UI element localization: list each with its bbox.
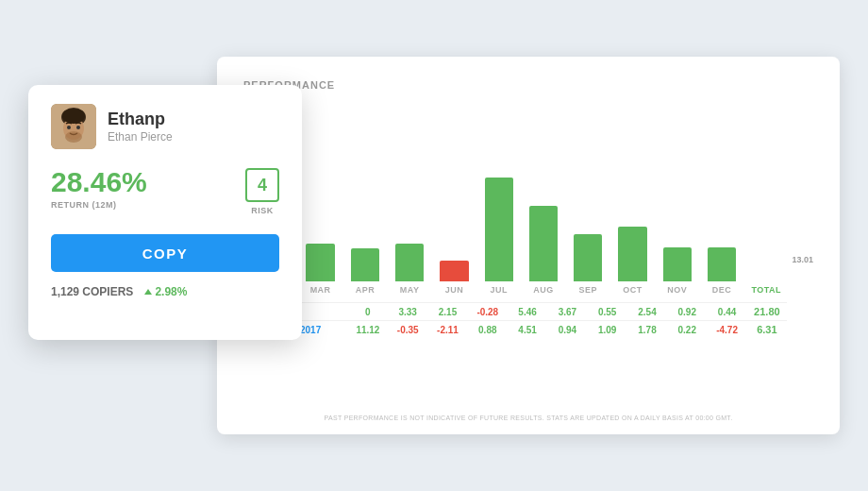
cell-may-2018: 2.15 (427, 307, 467, 317)
cell-aug-2018: 3.67 (547, 307, 587, 317)
risk-badge: 4 (245, 168, 279, 202)
month-nov: NOV (667, 285, 687, 295)
total-2018-value: 13.01 (792, 255, 813, 264)
copiers-return-value: 2.98% (155, 285, 187, 298)
data-table: 0 3.33 2.15 -0.28 5.46 3.67 0.55 2.54 0.… (243, 302, 813, 338)
cell-jul-2018: 5.46 (508, 307, 547, 317)
cell-jul-2017: 1.09 (588, 325, 627, 335)
bar-jul (485, 178, 513, 281)
month-oct: OCT (623, 285, 643, 295)
bar-aug (529, 206, 558, 281)
chart-col-mar: MAR (300, 144, 341, 295)
cell-apr-2018: 3.33 (388, 307, 427, 317)
chart-col-aug: AUG (523, 144, 563, 295)
data-row-2018: 0 3.33 2.15 -0.28 5.46 3.67 0.55 2.54 0.… (300, 302, 787, 320)
cell-oct-2018: 2.54 (627, 307, 667, 317)
chart-col-apr: APR (344, 144, 385, 295)
svg-point-5 (67, 126, 71, 129)
cell-dec-2018: 0.44 (707, 307, 746, 317)
cell-aug-2017: 1.78 (627, 325, 667, 335)
bar-oct (618, 227, 646, 281)
risk-box: 4 RISK (245, 168, 279, 215)
copiers-count: 1,129 COPIERS (51, 285, 133, 298)
cell-jun-2018: -0.28 (468, 307, 508, 317)
performance-card: PERFORMANCE MAR APR MAY (217, 57, 840, 434)
copy-button[interactable]: COPY (51, 234, 279, 272)
avatar-image (51, 104, 96, 149)
cell-jun-2017: 0.94 (547, 325, 587, 335)
fullname: Ethan Pierce (108, 130, 173, 144)
month-dec: DEC (712, 285, 732, 295)
month-aug: AUG (533, 285, 554, 295)
profile-card: Ethanp Ethan Pierce 28.46% RETURN (12M) … (28, 85, 302, 340)
svg-point-6 (76, 126, 80, 129)
chart-col-nov: NOV (657, 144, 697, 295)
month-sep: SEP (578, 285, 597, 295)
bar-mar (306, 244, 334, 281)
cell-nov-2018: 0.92 (667, 307, 707, 317)
risk-label: RISK (251, 206, 274, 215)
chart-col-jul: JUL (478, 144, 519, 295)
cell-mar-2018: 0 (348, 307, 388, 317)
month-jun: JUN (445, 285, 464, 295)
cell-sep-2017: 0.22 (667, 325, 707, 335)
return-stats: 28.46% RETURN (12M) (51, 168, 147, 210)
chart-col-dec: DEC (701, 144, 742, 295)
cell-oct-2017: -4.72 (707, 325, 746, 335)
copiers-return: 2.98% (144, 285, 187, 298)
chart-bars: MAR APR MAY JUN (300, 144, 787, 295)
svg-point-4 (65, 131, 82, 143)
cell-jan-2017: 11.12 (348, 325, 388, 335)
chart-col-oct: OCT (612, 144, 653, 295)
year-2017: 2017 (300, 325, 348, 335)
bar-sep (574, 234, 602, 281)
cell-apr-2017: 0.88 (468, 325, 508, 335)
data-row-2017: 2017 11.12 -0.35 -2.11 0.88 4.51 0.94 1.… (300, 320, 787, 338)
cell-total-2017: 6.31 (747, 324, 787, 335)
month-jul: JUL (490, 285, 508, 295)
cell-may-2017: 4.51 (508, 325, 547, 335)
cell-feb-2017: -0.35 (388, 325, 427, 335)
total-label: TOTAL (751, 285, 781, 295)
stats-row: 28.46% RETURN (12M) 4 RISK (51, 168, 279, 215)
avatar (51, 104, 96, 149)
chart-col-jun: JUN (434, 144, 475, 295)
performance-title: PERFORMANCE (243, 79, 813, 91)
disclaimer-text: PAST PERFORMANCE IS NOT INDICATIVE OF FU… (325, 415, 733, 421)
chart-col-may: MAY (390, 144, 430, 295)
bar-dec (708, 247, 736, 281)
copiers-row: 1,129 COPIERS 2.98% (51, 285, 279, 298)
bar-nov (663, 247, 692, 281)
month-mar: MAR (310, 285, 331, 295)
return-value: 28.46% (51, 168, 147, 196)
user-info: Ethanp Ethan Pierce (51, 104, 279, 149)
month-may: MAY (400, 285, 420, 295)
cell-mar-2017: -2.11 (427, 325, 467, 335)
month-apr: APR (356, 285, 376, 295)
bar-apr (351, 248, 379, 281)
bar-jun (440, 261, 468, 281)
chart-col-total: TOTAL (746, 144, 787, 295)
bar-may (395, 244, 424, 281)
cell-sep-2018: 0.55 (588, 307, 627, 317)
cell-total-2018: 21.80 (747, 306, 787, 317)
user-names: Ethanp Ethan Pierce (108, 110, 173, 144)
chart-col-sep: SEP (568, 144, 609, 295)
arrow-up-icon (144, 289, 152, 295)
return-label: RETURN (12M) (51, 200, 147, 210)
svg-point-3 (62, 109, 85, 124)
username: Ethanp (108, 110, 173, 130)
